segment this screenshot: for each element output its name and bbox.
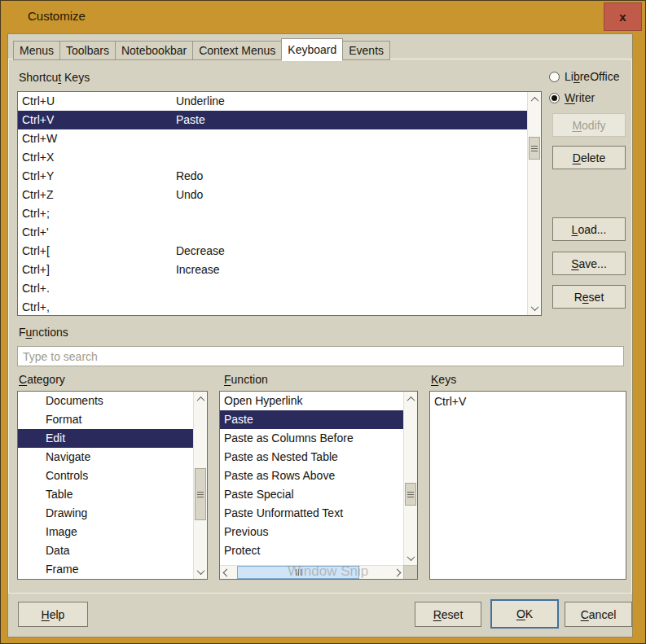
category-item[interactable]: Drawing — [18, 504, 193, 523]
tab[interactable]: Events — [342, 41, 390, 60]
shortcut-row[interactable]: Ctrl+. — [18, 279, 527, 298]
keys-label: Keys — [431, 373, 456, 386]
dialog-body: Menus Toolbars Notebookbar Context Menus… — [7, 33, 633, 637]
scroll-up-arrow[interactable] — [404, 392, 417, 405]
tab[interactable]: Keyboard — [281, 38, 343, 61]
scroll-down-arrow[interactable] — [528, 301, 541, 314]
shortcut-row[interactable]: Ctrl+Y Redo — [18, 167, 527, 186]
function-item[interactable]: Paste — [220, 410, 403, 429]
function-item[interactable]: Open Hyperlink — [220, 392, 403, 410]
shortcut-row[interactable]: Ctrl+X — [18, 148, 527, 167]
function-item[interactable]: Protect — [220, 541, 403, 560]
radio-icon[interactable] — [549, 72, 560, 82]
function-scrollbar[interactable] — [403, 392, 417, 565]
shortcut-key: Ctrl+W — [18, 129, 173, 148]
load-button[interactable]: Load... — [552, 217, 626, 241]
titlebar[interactable]: Customize x — [1, 1, 645, 33]
function-item[interactable]: Paste as Nested Table — [220, 448, 403, 467]
shortcut-key: Ctrl+Z — [18, 186, 173, 204]
scroll-up-arrow[interactable] — [194, 392, 207, 405]
scroll-down-arrow[interactable] — [404, 551, 417, 564]
modify-button[interactable]: Modify — [552, 113, 626, 137]
grip-icon — [407, 494, 414, 495]
scroll-thumb[interactable] — [529, 137, 540, 160]
shortcut-row[interactable]: Ctrl+' — [18, 223, 527, 242]
shortcut-row[interactable]: Ctrl+V Paste — [18, 111, 527, 129]
hscroll-thumb[interactable] — [237, 566, 359, 579]
function-list[interactable]: Open Hyperlink Paste Paste as Columns Be… — [219, 391, 418, 580]
shortcut-scrollbar[interactable] — [527, 92, 541, 315]
reset-button[interactable]: Reset — [415, 602, 481, 627]
radio-selected-icon[interactable] — [549, 93, 560, 103]
function-label: Function — [224, 373, 268, 386]
shortcut-row[interactable]: Ctrl+W — [18, 129, 527, 148]
shortcut-command: Paste — [176, 113, 205, 126]
category-item[interactable]: Controls — [18, 467, 193, 485]
shortcut-command: Redo — [176, 169, 203, 182]
function-item[interactable]: Paste Special — [220, 485, 403, 504]
function-item[interactable]: Previous — [220, 523, 403, 541]
radio-libreoffice[interactable]: LibreOffice — [549, 70, 619, 83]
shortcut-row[interactable]: Ctrl+U Underline — [18, 92, 527, 111]
category-item[interactable]: Data — [18, 541, 193, 560]
category-scrollbar[interactable] — [193, 392, 207, 579]
category-item[interactable]: Frame — [18, 560, 193, 579]
functions-label: Functions — [19, 326, 68, 339]
category-item[interactable]: Image — [18, 523, 193, 541]
category-item[interactable]: Format — [18, 410, 193, 429]
scroll-thumb[interactable] — [405, 483, 416, 506]
shortcut-rows: Ctrl+U Underline Ctrl+V Paste Ctrl+W — [18, 92, 527, 315]
ok-button[interactable]: OK — [490, 599, 559, 629]
shortcut-row[interactable]: Ctrl+, — [18, 298, 527, 315]
shortcut-key: Ctrl+V — [18, 111, 173, 129]
shortcut-key: Ctrl+' — [18, 223, 173, 242]
scroll-up-arrow[interactable] — [528, 93, 541, 106]
tab-bar: Menus Toolbars Notebookbar Context Menus… — [13, 38, 390, 60]
keys-list[interactable]: Ctrl+V — [429, 391, 626, 580]
shortcut-command: Decrease — [176, 244, 225, 257]
radio-writer[interactable]: Writer — [549, 91, 595, 104]
delete-button[interactable]: Delete — [552, 146, 626, 169]
keys-item[interactable]: Ctrl+V — [430, 392, 626, 410]
shortcut-key: Ctrl+; — [18, 204, 173, 223]
scrollbar-corner — [403, 565, 417, 579]
function-hscrollbar[interactable] — [220, 565, 403, 579]
grip-icon — [197, 494, 204, 495]
radio-writer-label: Writer — [565, 91, 595, 104]
category-item[interactable]: Edit — [18, 429, 193, 448]
shortcut-keys-list[interactable]: Ctrl+U Underline Ctrl+V Paste Ctrl+W — [17, 91, 542, 316]
function-item[interactable]: Paste Unformatted Text — [220, 504, 403, 523]
tab[interactable]: Toolbars — [59, 41, 116, 60]
function-item[interactable]: Paste as Rows Above — [220, 467, 403, 485]
scroll-right-arrow[interactable] — [390, 567, 403, 579]
cancel-button[interactable]: Cancel — [565, 602, 632, 627]
shortcut-key: Ctrl+[ — [18, 242, 173, 261]
scroll-left-arrow[interactable] — [220, 567, 233, 579]
shortcut-key: Ctrl+] — [18, 261, 173, 279]
tab[interactable]: Menus — [13, 41, 60, 60]
category-item[interactable]: Navigate — [18, 448, 193, 467]
shortcut-row[interactable]: Ctrl+[ Decrease — [18, 242, 527, 261]
scroll-thumb[interactable] — [195, 468, 206, 520]
category-item[interactable]: Documents — [18, 392, 193, 410]
category-list[interactable]: Documents Format Edit Navigate Controls … — [17, 391, 208, 580]
shortcut-key: Ctrl+, — [18, 298, 173, 315]
shortcut-row[interactable]: Ctrl+] Increase — [18, 261, 527, 279]
chevron-down-icon — [196, 567, 204, 575]
customize-dialog: Customize x Menus Toolbars Notebookbar C… — [0, 0, 646, 644]
tab[interactable]: Notebookbar — [115, 41, 193, 60]
category-item[interactable]: Table — [18, 485, 193, 504]
shortcut-row[interactable]: Ctrl+Z Undo — [18, 186, 527, 204]
close-button[interactable]: x — [604, 2, 642, 31]
function-item[interactable]: Paste as Columns Before — [220, 429, 403, 448]
chevron-left-icon — [222, 569, 231, 577]
shortcut-row[interactable]: Ctrl+; — [18, 204, 527, 223]
reset-keyboard-button[interactable]: Reset — [552, 285, 626, 309]
grip-icon — [298, 569, 299, 576]
help-button[interactable]: Help — [18, 602, 88, 627]
save-button[interactable]: Save... — [552, 252, 626, 275]
tab[interactable]: Context Menus — [192, 41, 282, 60]
search-input[interactable] — [17, 346, 624, 366]
keys-rows: Ctrl+V — [430, 392, 626, 579]
scroll-down-arrow[interactable] — [194, 565, 207, 578]
